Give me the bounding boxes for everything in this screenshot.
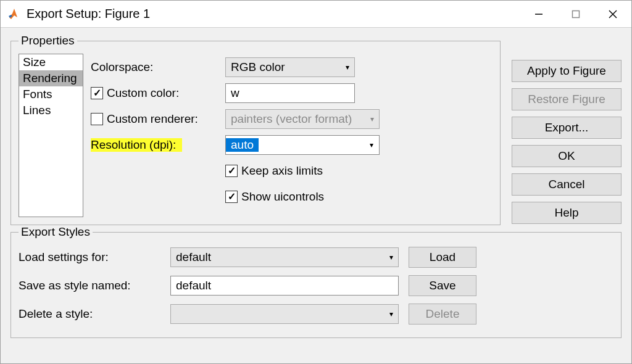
- colorspace-label: Colorspace:: [91, 57, 220, 77]
- delete-style-dropdown[interactable]: ▾: [170, 304, 399, 324]
- properties-legend: Properties: [19, 34, 77, 48]
- svg-rect-1: [573, 10, 580, 17]
- show-uicontrols-checkbox[interactable]: [225, 191, 238, 203]
- save-button[interactable]: Save: [409, 275, 476, 296]
- resolution-combobox[interactable]: auto ▾: [225, 135, 380, 155]
- help-button[interactable]: Help: [512, 202, 622, 224]
- chevron-down-icon: ▾: [389, 310, 393, 318]
- save-style-input[interactable]: default: [170, 276, 399, 296]
- delete-button[interactable]: Delete: [409, 304, 476, 325]
- cancel-button[interactable]: Cancel: [512, 173, 622, 196]
- load-row: Load settings for: default ▾ Load: [19, 245, 613, 270]
- top-row: Properties Size Rendering Fonts Lines Co…: [10, 34, 622, 225]
- category-lines[interactable]: Lines: [19, 102, 83, 118]
- export-button[interactable]: Export...: [512, 117, 622, 139]
- custom-renderer-label: Custom renderer:: [107, 112, 198, 126]
- colorspace-dropdown[interactable]: RGB color ▾: [225, 57, 355, 77]
- custom-color-input[interactable]: w: [225, 83, 355, 103]
- load-button[interactable]: Load: [409, 247, 476, 268]
- export-styles-group: Export Styles Load settings for: default…: [10, 225, 622, 338]
- chevron-down-icon: ▾: [389, 253, 393, 262]
- maximize-button[interactable]: [557, 1, 594, 27]
- window-controls: [520, 1, 631, 27]
- right-button-column: Apply to Figure Restore Figure Export...…: [512, 60, 622, 224]
- keep-axis-checkbox[interactable]: [225, 165, 238, 177]
- category-list[interactable]: Size Rendering Fonts Lines: [19, 54, 83, 217]
- custom-renderer-checkbox[interactable]: [91, 113, 103, 125]
- content-area: Properties Size Rendering Fonts Lines Co…: [1, 28, 631, 363]
- resolution-label-cell: Resolution (dpi):: [91, 135, 220, 155]
- settings-grid: Colorspace: RGB color ▾ Custom color: w: [91, 57, 493, 217]
- show-uicontrols-row: Show uicontrols: [225, 187, 380, 207]
- resolution-label: Resolution (dpi):: [91, 138, 182, 152]
- custom-color-checkbox[interactable]: [91, 87, 103, 99]
- titlebar: Export Setup: Figure 1: [1, 1, 631, 28]
- delete-style-label: Delete a style:: [19, 307, 160, 321]
- restore-figure-button[interactable]: Restore Figure: [512, 88, 622, 110]
- custom-renderer-dropdown[interactable]: painters (vector format) ▾: [225, 109, 380, 129]
- export-setup-window: Export Setup: Figure 1 Properties Size R…: [0, 0, 632, 364]
- properties-group: Properties Size Rendering Fonts Lines Co…: [10, 34, 501, 225]
- category-rendering[interactable]: Rendering: [19, 70, 83, 86]
- chevron-down-icon: ▾: [346, 63, 349, 72]
- category-size[interactable]: Size: [19, 54, 83, 70]
- apply-to-figure-button[interactable]: Apply to Figure: [512, 60, 622, 82]
- minimize-button[interactable]: [520, 1, 557, 27]
- close-button[interactable]: [594, 1, 631, 27]
- show-uicontrols-label: Show uicontrols: [241, 190, 324, 204]
- custom-color-row: Custom color:: [91, 83, 220, 103]
- custom-renderer-row: Custom renderer:: [91, 109, 220, 129]
- export-styles-legend: Export Styles: [19, 225, 93, 239]
- delete-row: Delete a style: ▾ Delete: [19, 302, 613, 326]
- window-title: Export Setup: Figure 1: [27, 7, 520, 21]
- load-settings-label: Load settings for:: [19, 250, 160, 264]
- keep-axis-row: Keep axis limits: [225, 161, 380, 181]
- matlab-icon: [7, 7, 22, 22]
- category-fonts[interactable]: Fonts: [19, 86, 83, 102]
- chevron-down-icon: ▾: [364, 136, 379, 154]
- custom-color-label: Custom color:: [107, 86, 179, 100]
- ok-button[interactable]: OK: [512, 145, 622, 167]
- load-settings-dropdown[interactable]: default ▾: [170, 247, 399, 267]
- save-style-label: Save as style named:: [19, 279, 160, 292]
- keep-axis-label: Keep axis limits: [241, 164, 323, 178]
- save-row: Save as style named: default Save: [19, 273, 613, 298]
- chevron-down-icon: ▾: [370, 115, 374, 123]
